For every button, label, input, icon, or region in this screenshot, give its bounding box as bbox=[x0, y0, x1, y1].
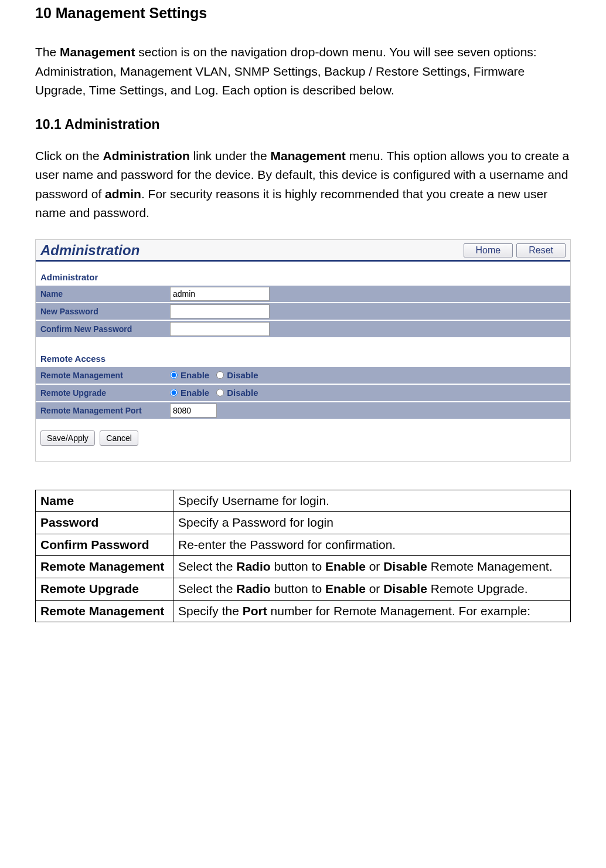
description-table: NameSpecify Username for login.PasswordS… bbox=[35, 490, 571, 622]
label-remote-management-port: Remote Management Port bbox=[36, 402, 168, 419]
table-value: Re-enter the Password for confirmation. bbox=[173, 534, 571, 556]
text: or bbox=[366, 560, 383, 573]
label-disable: Disable bbox=[227, 388, 258, 398]
text: Remote Upgrade. bbox=[427, 582, 528, 595]
home-button[interactable]: Home bbox=[464, 243, 513, 257]
text-bold: Enable bbox=[325, 582, 366, 595]
text: or bbox=[366, 582, 383, 595]
row-remote-management-port: Remote Management Port bbox=[36, 402, 570, 420]
remote-management-disable-radio[interactable] bbox=[216, 371, 224, 379]
row-remote-upgrade: Remote Upgrade Enable Disable bbox=[36, 385, 570, 402]
table-value: Select the Radio button to Enable or Dis… bbox=[173, 556, 571, 578]
table-key: Name bbox=[36, 490, 173, 512]
panel-title: Administration bbox=[40, 242, 460, 259]
intro-paragraph: The Management section is on the navigat… bbox=[35, 43, 571, 100]
table-row: Remote ManagementSpecify the Port number… bbox=[36, 600, 571, 622]
text: Specify the bbox=[178, 604, 243, 618]
table-key: Remote Management bbox=[36, 556, 173, 578]
row-new-password: New Password bbox=[36, 303, 570, 321]
table-value: Select the Radio button to Enable or Dis… bbox=[173, 578, 571, 601]
text: Select the bbox=[178, 560, 236, 573]
row-remote-management: Remote Management Enable Disable bbox=[36, 367, 570, 385]
label-disable: Disable bbox=[227, 370, 258, 380]
new-password-input[interactable] bbox=[170, 304, 270, 318]
heading-main: 10 Management Settings bbox=[35, 5, 571, 22]
text: button to bbox=[271, 560, 325, 573]
action-row: Save/Apply Cancel bbox=[36, 420, 570, 450]
table-key: Remote Upgrade bbox=[36, 578, 173, 601]
table-value: Specify Username for login. bbox=[173, 490, 571, 512]
remote-management-enable-radio[interactable] bbox=[170, 371, 178, 379]
label-remote-management: Remote Management bbox=[36, 367, 168, 384]
text: Select the bbox=[178, 582, 236, 595]
text-bold: Radio bbox=[236, 560, 270, 573]
text: Click on the bbox=[35, 149, 103, 162]
table-row: Confirm PasswordRe-enter the Password fo… bbox=[36, 534, 571, 556]
table-value: Specify the Port number for Remote Manag… bbox=[173, 600, 571, 622]
admin-panel: Administration Home Reset Administrator … bbox=[35, 239, 571, 462]
reset-button[interactable]: Reset bbox=[516, 243, 566, 257]
text: button to bbox=[271, 582, 325, 595]
text-bold: Management bbox=[60, 45, 135, 59]
section-remote-access: Remote Access bbox=[36, 351, 570, 367]
heading-sub: 10.1 Administration bbox=[35, 117, 571, 133]
table-row: NameSpecify Username for login. bbox=[36, 490, 571, 512]
remote-upgrade-enable-radio[interactable] bbox=[170, 389, 178, 396]
table-row: Remote UpgradeSelect the Radio button to… bbox=[36, 578, 571, 601]
table-row: Remote ManagementSelect the Radio button… bbox=[36, 556, 571, 578]
text-bold: Disable bbox=[383, 560, 427, 573]
section-administrator: Administrator bbox=[36, 270, 570, 286]
label-new-password: New Password bbox=[36, 303, 168, 320]
confirm-password-input[interactable] bbox=[170, 322, 270, 336]
table-key: Password bbox=[36, 512, 173, 534]
label-remote-upgrade: Remote Upgrade bbox=[36, 385, 168, 401]
table-row: PasswordSpecify a Password for login bbox=[36, 512, 571, 534]
label-confirm-password: Confirm New Password bbox=[36, 321, 168, 337]
text-bold: Administration bbox=[103, 149, 190, 162]
text-bold: Disable bbox=[383, 582, 427, 595]
remote-management-port-input[interactable] bbox=[170, 404, 217, 418]
text: Remote Management. bbox=[427, 560, 553, 573]
label-enable: Enable bbox=[181, 388, 209, 398]
table-key: Confirm Password bbox=[36, 534, 173, 556]
admin-paragraph: Click on the Administration link under t… bbox=[35, 147, 571, 223]
text-bold: Enable bbox=[325, 560, 366, 573]
text: link under the bbox=[190, 149, 271, 162]
text: The bbox=[35, 45, 60, 59]
text-bold: Port bbox=[243, 604, 267, 618]
row-confirm-password: Confirm New Password bbox=[36, 321, 570, 338]
label-name: Name bbox=[36, 286, 168, 302]
name-input[interactable] bbox=[170, 287, 270, 301]
remote-upgrade-disable-radio[interactable] bbox=[216, 389, 224, 396]
cancel-button[interactable]: Cancel bbox=[100, 430, 138, 446]
table-key: Remote Management bbox=[36, 600, 173, 622]
panel-header: Administration Home Reset bbox=[36, 240, 570, 262]
table-value: Specify a Password for login bbox=[173, 512, 571, 534]
text-bold: Management bbox=[271, 149, 346, 162]
text-bold: admin bbox=[105, 187, 141, 201]
panel-body: Administrator Name New Password Confirm … bbox=[36, 262, 570, 461]
label-enable: Enable bbox=[181, 370, 209, 380]
save-apply-button[interactable]: Save/Apply bbox=[40, 430, 95, 446]
row-name: Name bbox=[36, 286, 570, 303]
text: number for Remote Management. For exampl… bbox=[267, 604, 530, 618]
text-bold: Radio bbox=[236, 582, 270, 595]
